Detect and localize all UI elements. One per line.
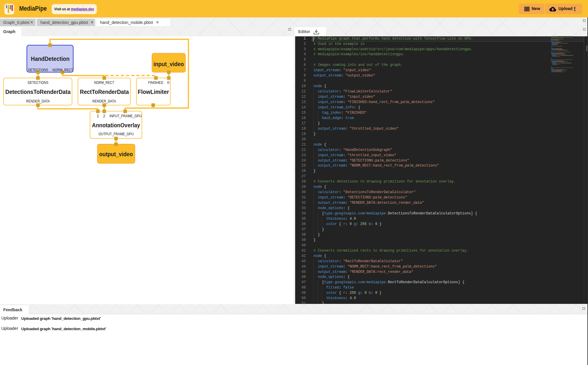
svg-text:NORM_RECT: NORM_RECT [94,80,114,85]
svg-text:DETECTIONS: DETECTIONS [28,80,48,85]
svg-text:2: 2 [103,114,105,118]
svg-text:1: 1 [97,114,99,118]
svg-text:NORM_RECT: NORM_RECT [53,68,73,72]
svg-text:RectToRenderData: RectToRenderData [80,88,129,95]
svg-text:AnnotationOverlay: AnnotationOverlay [92,122,141,128]
svg-text:FlowLimiter: FlowLimiter [138,88,169,95]
svg-text:RENDER_DATA: RENDER_DATA [26,99,50,103]
svg-text:DetectionsToRenderData: DetectionsToRenderData [5,88,71,95]
svg-text:output_video: output_video [99,151,133,157]
svg-text:0: 0 [167,80,169,85]
svg-text:OUTPUT_FRAME_GPU: OUTPUT_FRAME_GPU [99,132,134,136]
svg-text:input_video: input_video [153,61,184,67]
svg-text:RENDER_DATA: RENDER_DATA [92,99,116,103]
svg-text:DETECTIONS: DETECTIONS [28,68,48,72]
svg-text:INPUT_FRAME_GPU: INPUT_FRAME_GPU [110,114,142,118]
svg-text:FINISHED: FINISHED [148,80,163,85]
svg-text:HandDetection: HandDetection [31,55,70,62]
